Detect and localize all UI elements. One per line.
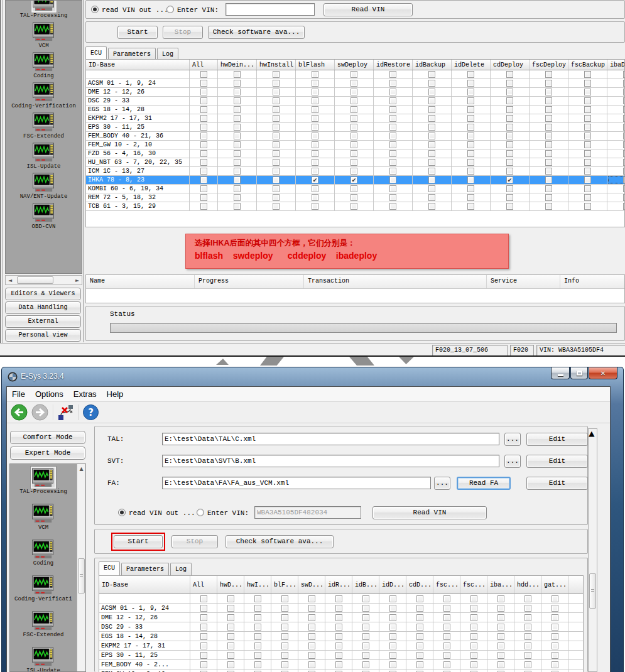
- cell-cddeploy[interactable]: [491, 106, 530, 114]
- cell-ibadep[interactable]: [607, 185, 625, 193]
- cell-hwdein[interactable]: [218, 185, 257, 193]
- cell-gat[interactable]: [541, 669, 568, 672]
- cell-fscdeploy[interactable]: [530, 97, 568, 105]
- connection-broken-icon[interactable]: [57, 404, 74, 421]
- edit-button-fa[interactable]: Edit: [526, 477, 588, 490]
- checkbox-all[interactable]: [200, 141, 207, 148]
- checkbox-hwi[interactable]: [254, 661, 261, 668]
- cell-hwd[interactable]: [217, 604, 244, 612]
- cell-cddeploy[interactable]: [491, 132, 530, 140]
- checkbox-idrestore[interactable]: [389, 80, 396, 87]
- cell-fsc[interactable]: [460, 594, 487, 603]
- checkbox-hwd[interactable]: [227, 605, 234, 612]
- checkbox-iddelete[interactable]: [467, 203, 474, 210]
- cell-blf[interactable]: [271, 669, 298, 672]
- cell-hwi[interactable]: [244, 594, 271, 603]
- cell-blflash[interactable]: [296, 193, 335, 202]
- checkbox-blflash[interactable]: [312, 115, 318, 122]
- checkbox-cddeploy[interactable]: ✔: [506, 176, 513, 183]
- cell-fscbackup[interactable]: [568, 114, 607, 122]
- table-row-ihka-78-8-23[interactable]: IHKA 78 - 8, 23✔✔✔✔: [86, 176, 624, 185]
- checkbox-idrestore[interactable]: [389, 176, 396, 183]
- checkbox-fscdeploy[interactable]: [545, 194, 552, 201]
- checkbox-idbackup[interactable]: [428, 97, 435, 104]
- cell-swdeploy[interactable]: [335, 79, 374, 87]
- sidebar-item-nav-ent-update[interactable]: NAV/ENT-Update: [6, 173, 82, 203]
- checkbox-fscbackup[interactable]: [584, 176, 591, 183]
- checkbox-iddelete[interactable]: [467, 150, 474, 157]
- cell-fsc[interactable]: [460, 641, 487, 650]
- checkbox-blflash[interactable]: [312, 185, 318, 192]
- cell-fscbackup[interactable]: [568, 79, 607, 87]
- field-input-fa[interactable]: [162, 477, 431, 489]
- cell-iddelete[interactable]: [452, 88, 491, 96]
- cell-hwinstall[interactable]: [257, 97, 296, 105]
- cell-hwinstall[interactable]: [257, 132, 296, 140]
- checkbox-cddeploy[interactable]: [506, 80, 513, 87]
- checkbox-blflash[interactable]: [312, 133, 318, 139]
- check-software-button[interactable]: Check software ava...: [208, 26, 305, 39]
- checkbox-all[interactable]: [200, 150, 207, 157]
- cell-cdd[interactable]: [406, 604, 433, 612]
- checkbox-hwinstall[interactable]: [273, 203, 280, 210]
- checkbox-gat[interactable]: [552, 652, 558, 659]
- checkbox-idb[interactable]: [362, 605, 369, 612]
- cell-gat[interactable]: [541, 651, 568, 659]
- cell-hwi[interactable]: [244, 651, 271, 659]
- checkbox-swdeploy[interactable]: [351, 89, 357, 95]
- cell-hwd[interactable]: [217, 641, 244, 650]
- checkbox-swdeploy[interactable]: [351, 159, 357, 166]
- cell-idr[interactable]: [325, 594, 352, 603]
- checkbox-cddeploy[interactable]: [506, 159, 513, 166]
- checkbox-hwdein[interactable]: [234, 80, 241, 87]
- checkbox-cddeploy[interactable]: [506, 203, 513, 210]
- cell-all[interactable]: [190, 632, 217, 641]
- cell-swdeploy[interactable]: [335, 158, 374, 166]
- table-row-acsm-01-1-9-24[interactable]: ACSM 01 - 1, 9, 24: [86, 79, 624, 88]
- checkbox-swdeploy[interactable]: [351, 133, 357, 139]
- cell-idbackup[interactable]: [413, 79, 452, 87]
- cell-gat[interactable]: [541, 604, 568, 612]
- cell-hwinstall[interactable]: [257, 185, 296, 193]
- checkbox-idbackup[interactable]: [428, 194, 435, 201]
- checkbox-hwinstall[interactable]: [273, 168, 280, 175]
- cell-idbackup[interactable]: [413, 185, 452, 193]
- cell-cddeploy[interactable]: [491, 202, 530, 210]
- cell-gat[interactable]: [541, 594, 568, 603]
- checkbox-cddeploy[interactable]: [506, 115, 513, 122]
- checkbox-swdeploy[interactable]: [351, 168, 357, 175]
- cell-iddelete[interactable]: [452, 123, 491, 131]
- checkbox-hdd[interactable]: [524, 642, 531, 649]
- table-row-rem-72-5-18-32[interactable]: REM 72 - 5, 18, 32: [86, 193, 624, 202]
- cell-fscdeploy[interactable]: [530, 114, 568, 122]
- checkbox-blflash[interactable]: [312, 203, 318, 210]
- cell-hwd[interactable]: [217, 622, 244, 631]
- minimize-button[interactable]: [551, 367, 570, 379]
- table-row-tcb-61-3-15-29[interactable]: TCB 61 - 3, 15, 29: [86, 202, 624, 211]
- cell-cddeploy[interactable]: [491, 158, 530, 166]
- column-header-idrestore[interactable]: idRestore: [374, 60, 413, 70]
- checkbox-fsc[interactable]: [443, 614, 450, 621]
- checkbox-iba[interactable]: [497, 605, 504, 612]
- tab-ecu[interactable]: ECU: [85, 46, 107, 60]
- cell-swdeploy[interactable]: [335, 149, 374, 158]
- checkbox-fscdeploy[interactable]: [545, 97, 552, 104]
- cell-blf[interactable]: [271, 594, 298, 603]
- cell-idr[interactable]: [325, 651, 352, 659]
- cell-swdeploy[interactable]: [335, 193, 374, 202]
- checkbox-swdeploy[interactable]: ✔: [351, 176, 357, 183]
- checkbox-hdd[interactable]: [524, 661, 531, 668]
- cell-hwinstall[interactable]: [257, 158, 296, 166]
- checkbox-all[interactable]: [200, 203, 207, 210]
- checkbox-iddelete[interactable]: [467, 159, 474, 166]
- checkbox-hdd[interactable]: [524, 652, 531, 659]
- forward-icon[interactable]: [31, 404, 48, 421]
- checkbox-fscbackup[interactable]: [584, 168, 591, 175]
- cell-fscbackup[interactable]: [568, 97, 607, 105]
- cell-blflash[interactable]: [296, 149, 335, 158]
- cell-blflash[interactable]: [296, 97, 335, 105]
- read-vin-button[interactable]: Read VIN: [372, 506, 487, 519]
- cell-fsc[interactable]: [433, 594, 460, 603]
- sidebar-item-coding[interactable]: Coding: [10, 539, 77, 575]
- checkbox-hwinstall[interactable]: [273, 71, 280, 78]
